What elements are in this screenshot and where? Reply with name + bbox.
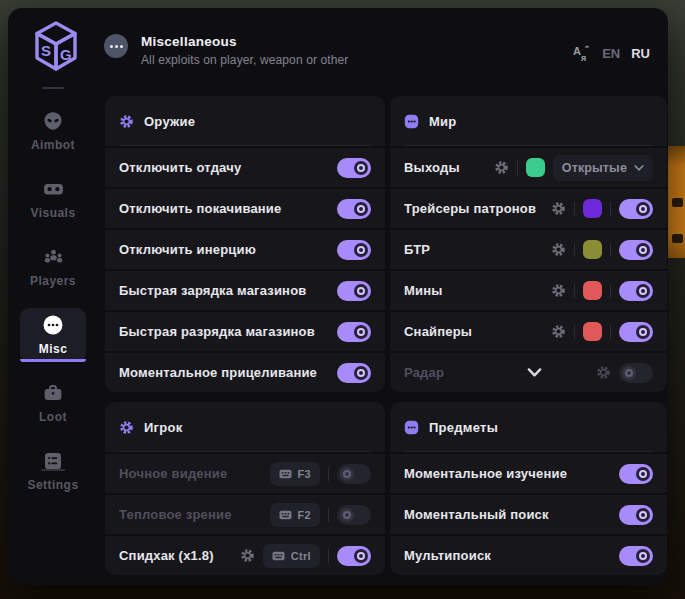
keybind-badge[interactable]: F2 bbox=[270, 503, 321, 527]
list-icon bbox=[43, 451, 63, 471]
toggle-switch[interactable] bbox=[337, 281, 371, 301]
window-header: S G Miscellaneous All exploits on player… bbox=[8, 8, 668, 96]
control-divider bbox=[328, 549, 329, 563]
sidebar-item-label: Visuals bbox=[30, 206, 75, 220]
toggle-knob bbox=[636, 325, 650, 339]
feature-row: Трейсеры патронов bbox=[390, 189, 667, 228]
toggle-knob bbox=[340, 508, 354, 522]
control-divider bbox=[328, 508, 329, 522]
row-controls bbox=[337, 158, 371, 178]
sidebar-item-label: Players bbox=[30, 274, 76, 288]
sidebar-item-settings[interactable]: Settings bbox=[20, 444, 86, 498]
control-divider bbox=[610, 325, 611, 339]
feature-label: Ночное видение bbox=[119, 466, 270, 481]
toggle-knob bbox=[354, 202, 368, 216]
toggle-switch[interactable] bbox=[619, 505, 653, 525]
row-controls: Открытые bbox=[494, 155, 653, 181]
keybind-badge[interactable]: Ctrl bbox=[263, 544, 320, 568]
toggle-knob bbox=[340, 467, 354, 481]
row-controls bbox=[337, 322, 371, 342]
toggle-switch[interactable] bbox=[337, 199, 371, 219]
sidebar-item-label: Aimbot bbox=[31, 138, 75, 152]
row-controls bbox=[619, 505, 653, 525]
toggle-switch[interactable] bbox=[619, 363, 653, 383]
section-header-world: Мир bbox=[390, 96, 667, 146]
sg-logo-icon: S G bbox=[32, 20, 80, 74]
background-mark bbox=[672, 234, 683, 243]
sidebar-item-aimbot[interactable]: Aimbot bbox=[20, 104, 86, 158]
toggle-switch[interactable] bbox=[619, 322, 653, 342]
row-controls bbox=[551, 240, 653, 260]
feature-row: Снайперы bbox=[390, 312, 667, 351]
toggle-switch[interactable] bbox=[337, 158, 371, 178]
toggle-switch[interactable] bbox=[619, 199, 653, 219]
keyboard-icon bbox=[272, 551, 285, 561]
gear-icon[interactable] bbox=[551, 201, 566, 216]
row-controls bbox=[551, 281, 653, 301]
toggle-switch[interactable] bbox=[619, 240, 653, 260]
active-indicator bbox=[20, 359, 86, 362]
toggle-switch[interactable] bbox=[337, 240, 371, 260]
feature-label: Отключить инерцию bbox=[119, 242, 337, 257]
background-mark bbox=[672, 198, 683, 207]
misc-page-icon bbox=[104, 34, 128, 58]
keybind-badge[interactable]: F3 bbox=[270, 462, 321, 486]
chevron-down-icon[interactable] bbox=[527, 368, 542, 377]
color-swatch[interactable] bbox=[583, 281, 602, 300]
feature-row: Мультипоиск bbox=[390, 536, 667, 575]
toggle-switch[interactable] bbox=[337, 505, 371, 525]
feature-row: Спидхак (x1.8)Ctrl bbox=[105, 536, 385, 575]
sidebar-item-misc[interactable]: Misc bbox=[20, 308, 86, 362]
toggle-knob bbox=[636, 202, 650, 216]
feature-row: Быстрая зарядка магазинов bbox=[105, 271, 385, 310]
sidebar-item-label: Misc bbox=[39, 342, 68, 356]
toggle-switch[interactable] bbox=[337, 322, 371, 342]
toggle-switch[interactable] bbox=[619, 464, 653, 484]
color-swatch[interactable] bbox=[526, 158, 545, 177]
sidebar-item-visuals[interactable]: Visuals bbox=[20, 172, 86, 226]
feature-label: Спидхак (x1.8) bbox=[119, 548, 240, 563]
toggle-switch[interactable] bbox=[619, 281, 653, 301]
lang-ru-button[interactable]: RU bbox=[631, 46, 650, 61]
gear-icon[interactable] bbox=[551, 242, 566, 257]
section-header-weapon: Оружие bbox=[105, 96, 385, 146]
color-swatch[interactable] bbox=[583, 199, 602, 218]
toggle-knob bbox=[636, 549, 650, 563]
control-divider bbox=[610, 202, 611, 216]
gear-icon[interactable] bbox=[494, 160, 509, 175]
sidebar-item-loot[interactable]: Loot bbox=[20, 376, 86, 430]
row-controls: F3 bbox=[270, 462, 372, 486]
gear-icon[interactable] bbox=[551, 324, 566, 339]
sidebar-item-label: Settings bbox=[27, 478, 78, 492]
control-divider bbox=[574, 325, 575, 339]
color-swatch[interactable] bbox=[583, 240, 602, 259]
player-section-icon bbox=[119, 420, 134, 435]
sidebar-item-players[interactable]: Players bbox=[20, 240, 86, 294]
gear-icon[interactable] bbox=[240, 548, 255, 563]
gear-icon[interactable] bbox=[596, 365, 611, 380]
row-controls bbox=[619, 546, 653, 566]
lang-en-button[interactable]: EN bbox=[602, 46, 620, 61]
feature-label: Мины bbox=[404, 283, 551, 298]
dropdown-select[interactable]: Открытые bbox=[553, 155, 653, 181]
toggle-knob bbox=[636, 284, 650, 298]
feature-row: Моментальное прицеливание bbox=[105, 353, 385, 392]
feature-row: Отключить покачивание bbox=[105, 189, 385, 228]
toggle-switch[interactable] bbox=[337, 546, 371, 566]
gear-icon[interactable] bbox=[551, 283, 566, 298]
toggle-switch[interactable] bbox=[619, 546, 653, 566]
toggle-switch[interactable] bbox=[337, 363, 371, 383]
keyboard-icon bbox=[279, 510, 292, 520]
toggle-knob bbox=[622, 366, 636, 380]
toggle-knob bbox=[636, 243, 650, 257]
color-swatch[interactable] bbox=[583, 322, 602, 341]
toggle-switch[interactable] bbox=[337, 464, 371, 484]
section-header-player: Игрок bbox=[105, 402, 385, 452]
feature-row: Радар bbox=[390, 353, 667, 392]
dropdown-value: Открытые bbox=[562, 161, 627, 175]
row-controls bbox=[619, 464, 653, 484]
feature-label: БТР bbox=[404, 242, 551, 257]
row-controls bbox=[551, 322, 653, 342]
feature-label: Быстрая зарядка магазинов bbox=[119, 283, 337, 298]
ellipsis-icon bbox=[43, 315, 63, 335]
